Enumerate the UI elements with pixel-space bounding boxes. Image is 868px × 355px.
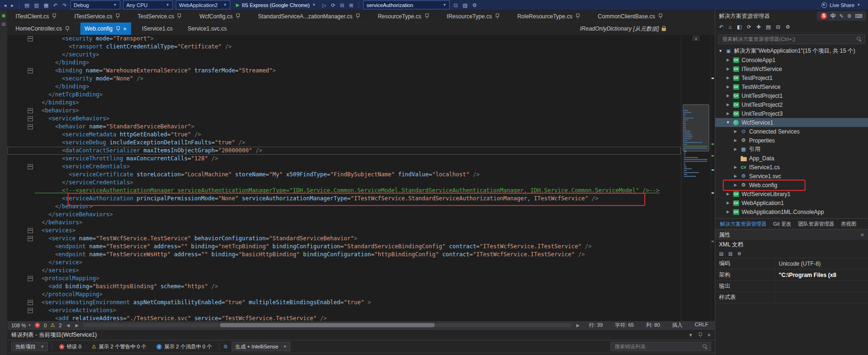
code-line[interactable]: </serviceCredentials> <box>8 179 681 187</box>
switch-views-icon[interactable]: ◧ <box>737 24 742 30</box>
breakpoint-margin[interactable] <box>8 299 25 307</box>
pin-icon[interactable] <box>658 14 663 19</box>
tree-item-TestWcfService[interactable]: ▶C#TestWcfService <box>715 82 868 91</box>
breakpoint-margin[interactable] <box>8 219 25 227</box>
error-count-icon[interactable]: ✕ <box>35 323 40 328</box>
chevron-collapsed-icon[interactable]: ▶ <box>733 174 738 178</box>
code-line[interactable]: <behaviors> <box>8 107 681 115</box>
tree-item-Web.config[interactable]: ▶⚙Web.config <box>715 181 868 189</box>
save-icon[interactable]: ▦ <box>43 0 49 10</box>
tree-item-App_Data[interactable]: App_Data <box>715 154 868 163</box>
breakpoint-margin[interactable] <box>8 51 25 59</box>
code-line[interactable]: </netTcpBinding> <box>8 91 681 99</box>
nav-back-icon[interactable]: ◂ <box>3 0 8 10</box>
breakpoint-margin[interactable] <box>8 187 25 195</box>
breakpoint-margin[interactable] <box>8 91 25 99</box>
breakpoint-margin[interactable] <box>8 203 25 211</box>
tab-StandardServiceA...zationManager.cs[interactable]: StandardServiceA...zationManager.cs <box>254 10 364 22</box>
breakpoint-margin[interactable] <box>8 147 25 155</box>
code-editor[interactable]: <security mode="Transport"> <transport c… <box>8 35 681 321</box>
fold-collapse-icon[interactable] <box>28 300 33 305</box>
horizontal-scrollbar[interactable] <box>83 323 571 327</box>
pin-icon[interactable] <box>424 14 429 19</box>
home-icon[interactable]: ⌂ <box>728 24 732 30</box>
tree-item--WebApplication1-15-15-[interactable]: ▼▣解决方案"WebApplication1"(15 个项目, 共 15 个) <box>715 47 868 55</box>
nav-forward-icon[interactable]: ▸ <box>10 0 15 10</box>
code-line[interactable]: <transport clientCredentialType="Certifi… <box>8 43 681 51</box>
open-file-icon[interactable]: ▥ <box>33 0 39 10</box>
settings-gear-icon[interactable]: ⚙ <box>471 0 478 10</box>
pin-icon[interactable] <box>177 14 181 19</box>
code-line[interactable]: <binding name="WarehouseExternalService"… <box>8 67 681 75</box>
tab-ITestService.cs[interactable]: ITestService.cs <box>70 10 124 22</box>
tree-item-WebApplication1[interactable]: ▶C#WebApplication1 <box>715 198 868 207</box>
code-line[interactable]: <add relativeAddress="./TestService.svc"… <box>8 315 681 321</box>
messages-filter-button[interactable]: i 展示 2 个消息中 0 个 <box>153 342 215 351</box>
ime-pen-icon[interactable]: ✎ <box>839 13 844 19</box>
split-editor-icon[interactable]: ▴ <box>693 36 699 41</box>
chevron-collapsed-icon[interactable]: ▶ <box>726 67 730 71</box>
code-line[interactable]: </binding> <box>8 83 681 91</box>
tree-item-Properties[interactable]: ▶⚙Properties <box>715 136 868 145</box>
startup-project-dropdown[interactable]: WebApplication2▼ <box>176 0 230 9</box>
breakpoint-margin[interactable] <box>8 227 25 235</box>
fold-collapse-icon[interactable] <box>28 124 33 129</box>
breakpoint-margin[interactable] <box>8 131 25 139</box>
errors-filter-button[interactable]: ✕ 错误 0 <box>56 342 85 351</box>
breakpoint-margin[interactable] <box>8 291 25 299</box>
breakpoint-margin[interactable] <box>8 163 25 171</box>
sidebar-tab-2[interactable]: Git 更改 <box>773 221 791 228</box>
breakpoint-margin[interactable] <box>8 275 25 283</box>
chevron-expanded-icon[interactable]: ▼ <box>718 49 723 53</box>
code-line[interactable]: <security mode="Transport"> <box>8 35 681 43</box>
property-pages-icon[interactable]: ⚙ <box>737 251 742 256</box>
breakpoint-margin[interactable] <box>8 307 25 315</box>
sogou-logo-icon[interactable]: S <box>821 13 827 19</box>
code-line[interactable]: <endpoint name="TestServiceWsHttp" addre… <box>8 251 681 259</box>
code-line[interactable]: <serviceCertificate storeLocation="Local… <box>8 171 681 179</box>
fold-collapse-icon[interactable] <box>28 308 33 313</box>
next-issue-icon[interactable]: ▶ <box>74 323 79 328</box>
pin-icon[interactable] <box>116 26 120 32</box>
pin-icon[interactable] <box>495 14 500 19</box>
fold-collapse-icon[interactable] <box>28 228 33 233</box>
tree-item-UnitTestProject3[interactable]: ▶C#UnitTestProject3 <box>715 109 868 118</box>
chevron-collapsed-icon[interactable]: ▶ <box>726 58 730 62</box>
sync-with-active-document-icon[interactable]: ⟳ <box>747 24 751 30</box>
tree-item-ITestWcfService[interactable]: ▶C#ITestWcfService <box>715 64 868 73</box>
tab-IService1.cs[interactable]: IService1.cs <box>138 23 177 35</box>
solution-platform-dropdown[interactable]: Any CPU▼ <box>123 0 173 9</box>
code-line[interactable]: <serviceMetadata httpGetEnabled="true" /… <box>8 131 681 139</box>
tree-item-ConsoleApp1[interactable]: ▶C#ConsoleApp1 <box>715 55 868 64</box>
property-value[interactable]: Unicode (UTF-8) <box>775 260 868 267</box>
breakpoint-margin[interactable] <box>8 99 25 107</box>
scroll-right-icon[interactable]: ▶ <box>575 323 580 328</box>
toolbox-icon[interactable]: ▤ <box>1 22 6 26</box>
code-line[interactable]: </behavior> <box>8 203 681 211</box>
tab-ITestClient.cs[interactable]: ITestClient.cs <box>11 10 61 22</box>
tree-item-WcfService1[interactable]: ▼WcfService1 <box>715 118 868 127</box>
redo-icon[interactable]: ↷ <box>62 0 68 10</box>
tab-WcfConfig.cs[interactable]: WcfConfig.cs <box>195 10 244 22</box>
find-in-files-icon[interactable]: ▨ <box>461 0 468 10</box>
prev-issue-icon[interactable]: ◀ <box>65 323 70 328</box>
tree-item-Service1.svc[interactable]: ▶⚙Service1.svc <box>715 172 868 181</box>
close-icon[interactable]: ✕ <box>707 332 711 338</box>
code-line[interactable]: <serviceActivations> <box>8 307 681 315</box>
tab-Web.config[interactable]: Web.config✕ <box>80 23 131 35</box>
collapse-all-icon[interactable]: ⊟ <box>776 24 780 30</box>
fold-collapse-icon[interactable] <box>28 236 33 241</box>
ime-settings-icon[interactable]: ⚙ <box>847 13 852 19</box>
breakpoint-margin[interactable] <box>8 43 25 51</box>
breakpoint-margin[interactable] <box>8 35 25 43</box>
new-file-icon[interactable]: ▤ <box>23 0 30 10</box>
warnings-filter-button[interactable]: ⚠ 展示 2 个警告中 0 个 <box>88 342 149 351</box>
code-line[interactable]: <serviceAuthorization principalPermissio… <box>8 195 681 203</box>
chevron-expanded-icon[interactable]: ▼ <box>726 120 730 125</box>
code-line[interactable]: <protocolMapping> <box>8 275 681 283</box>
new-item-icon[interactable]: ✚ <box>757 24 761 30</box>
chevron-collapsed-icon[interactable]: ▶ <box>726 192 730 196</box>
fold-collapse-icon[interactable] <box>28 108 33 113</box>
code-line[interactable]: </service> <box>8 259 681 267</box>
code-line[interactable]: </security> <box>8 51 681 59</box>
